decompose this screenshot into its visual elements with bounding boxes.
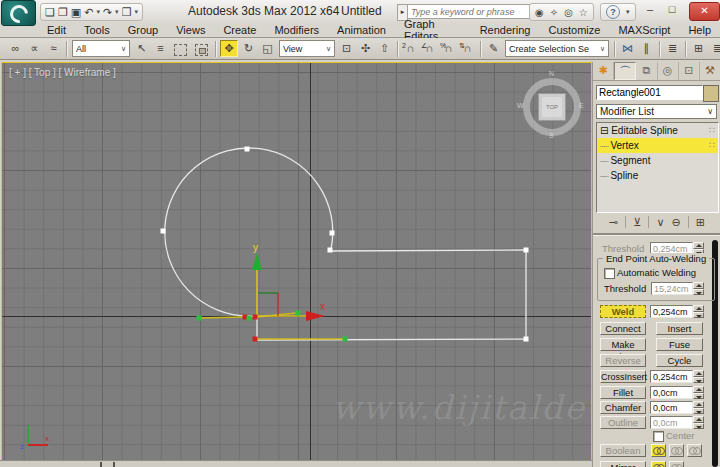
cycle-button[interactable]: Cycle	[656, 354, 703, 367]
angle-snap-icon[interactable]: ∩∠	[421, 40, 438, 57]
show-end-result-icon[interactable]: ⊻	[633, 216, 641, 229]
menu-edit[interactable]: Edit	[38, 24, 75, 36]
center-checkbox[interactable]	[653, 431, 664, 442]
window-crossing-icon[interactable]	[195, 44, 208, 56]
bind-to-space-warp-icon[interactable]: ≈	[45, 40, 62, 57]
menu-customize[interactable]: Customize	[539, 24, 609, 36]
configure-modifier-sets-icon[interactable]: ⊞	[696, 216, 705, 229]
editable-spline-outline[interactable]	[165, 148, 526, 340]
redo-icon[interactable]: ↷	[103, 5, 112, 19]
stack-row-editable-spline[interactable]: ⊟ Editable Spline ∷	[597, 123, 718, 138]
close-button[interactable]: ✕	[689, 2, 720, 21]
boolean-button[interactable]: Boolean	[600, 444, 646, 457]
percent-snap-icon[interactable]: ∩%	[440, 40, 457, 57]
menu-tools[interactable]: Tools	[75, 24, 119, 36]
chamfer-field[interactable]: 0,0cm	[650, 401, 693, 414]
help-icon[interactable]: ?	[606, 5, 620, 19]
select-and-manipulate-icon[interactable]: ✣	[357, 40, 374, 57]
keyboard-shortcut-override-icon[interactable]: ⇧	[376, 40, 393, 57]
fillet-field[interactable]: 0,0cm	[650, 386, 693, 399]
stack-row-segment[interactable]: ┄┄ Segment	[597, 153, 718, 168]
menu-maxscript[interactable]: MAXScript	[609, 24, 679, 36]
search-icon[interactable]: ◉	[535, 7, 544, 18]
minimize-button[interactable]: –	[640, 3, 660, 15]
tab-utilities[interactable]: ⚒	[700, 62, 720, 80]
mirror-vertical-icon[interactable]	[669, 461, 684, 467]
menu-animation[interactable]: Animation	[328, 24, 395, 36]
expand-box-icon[interactable]: ⊟	[600, 125, 608, 136]
layer-manager-icon[interactable]: ≣	[664, 40, 681, 57]
fillet-button[interactable]: Fillet	[600, 386, 646, 399]
outline-field[interactable]: 0,0cm	[650, 416, 693, 429]
reference-coordinate-system-dropdown[interactable]: View ∨	[279, 40, 335, 57]
make-unique-icon[interactable]: ∨	[656, 216, 664, 229]
reverse-button[interactable]: Reverse	[600, 354, 646, 367]
curve-editor-icon-partial[interactable]: ≣	[709, 40, 720, 57]
named-selection-sets-dropdown[interactable]: Create Selection Se ∨	[505, 40, 609, 57]
menu-modifiers[interactable]: Modifiers	[265, 24, 328, 36]
cross-insert-field[interactable]: 0,254cm	[650, 370, 693, 383]
insert-button[interactable]: Insert	[656, 322, 703, 335]
edit-named-selection-sets-icon[interactable]: ✎	[485, 40, 502, 57]
favorites-star-icon[interactable]: ☆	[579, 7, 588, 18]
autoweld-threshold-spinner[interactable]	[693, 282, 704, 295]
cross-insert-spinner[interactable]	[693, 370, 704, 383]
chamfer-button[interactable]: Chamfer	[600, 401, 646, 414]
help-dropdown-icon[interactable]: ▾	[626, 8, 630, 16]
menu-create[interactable]: Create	[214, 24, 265, 36]
stack-row-spline[interactable]: ┄┄ Spline	[597, 168, 718, 183]
modifier-stack[interactable]: ⊟ Editable Spline ∷ ┄┄ Vertex ∷ ┄┄ Segme…	[596, 122, 719, 213]
spinner-snap-icon[interactable]: ∩⇅	[459, 40, 476, 57]
new-file-icon[interactable]: ❏	[45, 5, 55, 19]
object-name-field[interactable]	[596, 85, 703, 100]
tab-motion[interactable]: ◎	[658, 62, 679, 80]
select-by-name-icon[interactable]: ≡	[152, 40, 169, 57]
gizmo-y-arrowhead[interactable]	[252, 253, 262, 270]
weld-button[interactable]: Weld	[600, 305, 646, 318]
select-object-icon[interactable]: ↖	[133, 40, 150, 57]
align-icon[interactable]: ∥	[638, 40, 655, 57]
boolean-subtraction-icon[interactable]	[669, 444, 684, 457]
open-file-icon[interactable]: ❐	[58, 5, 68, 19]
fillet-spinner[interactable]	[693, 386, 704, 399]
select-and-rotate-icon[interactable]: ↻	[240, 40, 257, 57]
mirror-button[interactable]: Mirror	[600, 461, 646, 467]
select-and-scale-icon[interactable]: ◱	[259, 40, 276, 57]
fuse-button[interactable]: Fuse	[656, 338, 703, 351]
menu-views[interactable]: Views	[167, 24, 214, 36]
mirror-horizontal-icon[interactable]	[651, 461, 666, 467]
outline-button[interactable]: Outline	[600, 416, 646, 429]
save-file-icon[interactable]: ▣	[71, 5, 81, 19]
weld-threshold-spinner[interactable]	[693, 305, 704, 318]
modifier-list-dropdown[interactable]: Modifier List ∨	[596, 104, 717, 119]
rectangular-selection-region-icon[interactable]	[174, 44, 187, 56]
gizmo-x-arrowhead[interactable]	[306, 311, 325, 321]
mirror-icon[interactable]: ⋈	[619, 40, 636, 57]
weld-threshold-field[interactable]: 0,254cm	[650, 305, 693, 318]
boolean-union-icon[interactable]	[651, 444, 666, 457]
chamfer-spinner[interactable]	[693, 401, 704, 414]
tab-hierarchy[interactable]: ⧉	[636, 62, 657, 80]
connect-button[interactable]: Connect	[600, 322, 646, 335]
undo-icon[interactable]: ↶	[84, 5, 93, 19]
automatic-welding-checkbox[interactable]	[604, 268, 615, 279]
snaps-toggle-icon[interactable]: ∩2	[402, 40, 419, 57]
stack-row-vertex[interactable]: ┄┄ Vertex ∷	[597, 138, 718, 153]
project-folder-icon[interactable]: ❒	[122, 5, 132, 19]
redo-dropdown-icon[interactable]: ▾	[115, 8, 119, 16]
tab-modify[interactable]: ⌒	[614, 62, 636, 80]
use-pivot-point-center-icon[interactable]: ⊡	[338, 40, 355, 57]
tab-create[interactable]: ✱	[593, 62, 614, 80]
unlink-selection-icon[interactable]: ∝	[26, 40, 43, 57]
maximize-button[interactable]: □	[662, 3, 682, 15]
sign-in-key-icon[interactable]: ✧	[550, 7, 558, 18]
autoweld-threshold-field[interactable]: 15,24cm	[651, 282, 693, 295]
menu-group[interactable]: Group	[119, 24, 168, 36]
qat-customize-icon[interactable]: ▾	[135, 8, 139, 16]
application-menu-button[interactable]	[1, 0, 36, 26]
pin-stack-icon[interactable]: ⊸	[609, 216, 618, 229]
object-color-swatch[interactable]	[703, 85, 719, 102]
communication-center-icon[interactable]: ◎	[564, 7, 573, 18]
tab-display[interactable]: ⊡	[679, 62, 700, 80]
make-first-button[interactable]: Make First	[600, 338, 646, 351]
